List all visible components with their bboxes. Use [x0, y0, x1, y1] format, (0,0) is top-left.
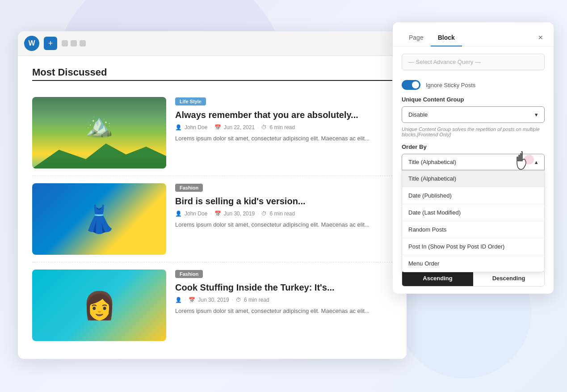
chevron-up-icon: ▴	[535, 159, 538, 165]
post-author-icon-1: 👤	[175, 124, 182, 131]
post-meta-2: 👤 John Doe · 📅 Jun 30, 2019 · ⏱ 6 min re…	[175, 211, 392, 217]
ignore-sticky-row: Ignore Sticky Posts	[402, 80, 545, 90]
panel-body: — Select Advance Query — Ignore Sticky P…	[393, 46, 554, 294]
order-option-menu-order[interactable]: Menu Order	[402, 255, 544, 272]
panel-header: Page Block ×	[393, 22, 554, 46]
toolbar-dot-3	[80, 40, 86, 46]
post-meta-1: 👤 John Doe · 📅 Jun 22, 2021 · ⏱ 6 min re…	[175, 124, 392, 131]
post-excerpt-1: Lorems ipsum dolor sit amet, consectetur…	[175, 134, 392, 143]
order-option-random[interactable]: Random Posts	[402, 221, 544, 238]
post-cal-icon-2: 📅	[214, 211, 221, 217]
unique-content-value: Disable	[408, 111, 428, 118]
post-clock-icon-3: ⏱	[236, 297, 241, 303]
order-by-selected: Title (Alphabetical)	[408, 159, 456, 165]
tab-page[interactable]: Page	[402, 30, 431, 46]
order-option-title-alpha[interactable]: Title (Alphabetical)	[402, 170, 544, 187]
unique-content-hint: Unique Content Group solves the repetiti…	[402, 126, 545, 137]
post-tag-1[interactable]: Life Style	[175, 97, 206, 105]
post-tag-2[interactable]: Fashion	[175, 184, 203, 192]
section-title: Most Discussed	[32, 67, 392, 78]
order-by-label: Order By	[402, 143, 545, 150]
order-by-wrapper: Title (Alphabetical) ▴ Title (Alphabetic…	[402, 154, 545, 170]
post-read-time-3: 6 min read	[244, 297, 269, 303]
post-title-1[interactable]: Always remember that you are absolutely.…	[175, 109, 392, 121]
post-read-time-1: 6 min read	[269, 124, 295, 131]
post-card-1: Life Style Always remember that you are …	[32, 90, 392, 176]
advance-query-wrapper: — Select Advance Query —	[402, 54, 545, 76]
chevron-down-icon: ▾	[535, 111, 538, 118]
unique-content-label: Unique Content Group	[402, 96, 545, 103]
post-read-time-2: 6 min read	[269, 211, 295, 217]
post-excerpt-3: Lorems ipsum dolor sit amet, consectetur…	[175, 307, 392, 316]
wp-logo-icon: W	[24, 36, 39, 51]
post-author-icon-3: 👤	[175, 297, 182, 303]
tab-block[interactable]: Block	[431, 30, 462, 46]
post-clock-icon-2: ⏱	[261, 211, 267, 217]
post-info-3: Fashion Cook Stuffing Inside the Turkey:…	[175, 270, 392, 341]
post-cal-icon-3: 📅	[189, 297, 195, 303]
post-info-2: Fashion Bird is selling a kid's version.…	[175, 183, 392, 255]
post-tag-3[interactable]: Fashion	[175, 270, 203, 278]
post-author-icon-2: 👤	[175, 211, 182, 217]
post-image-2	[32, 183, 166, 255]
post-card-3: Fashion Cook Stuffing Inside the Turkey:…	[32, 262, 392, 348]
toolbar-navigation	[62, 40, 86, 46]
post-cal-icon-1: 📅	[214, 124, 221, 131]
post-clock-icon-1: ⏱	[261, 124, 267, 131]
post-image-3	[32, 270, 166, 341]
order-by-menu: Title (Alphabetical) Date (Published) Da…	[402, 170, 545, 272]
browser-window: W + Most Discussed Life Style Always rem…	[18, 31, 407, 359]
unique-content-dropdown[interactable]: Disable ▾	[402, 106, 545, 123]
panel-close-button[interactable]: ×	[536, 31, 545, 44]
order-buttons: Ascending Descending	[402, 270, 545, 287]
order-ascending-button[interactable]: Ascending	[402, 270, 473, 286]
toolbar-dot-2	[71, 40, 77, 46]
post-date-1: Jun 22, 2021	[224, 124, 255, 131]
ignore-sticky-label: Ignore Sticky Posts	[426, 82, 475, 89]
order-option-post-in[interactable]: Post In (Show Post by Post ID Order)	[402, 238, 544, 255]
order-descending-button[interactable]: Descending	[473, 270, 544, 286]
browser-toolbar: W +	[18, 31, 407, 56]
post-date-2: Jun 30, 2019	[224, 211, 255, 217]
post-author-1: John Doe	[185, 124, 207, 131]
advance-query-select[interactable]: — Select Advance Query —	[402, 54, 545, 70]
post-title-2[interactable]: Bird is selling a kid's version...	[175, 195, 392, 207]
post-title-3[interactable]: Cook Stuffing Inside the Turkey: It's...	[175, 282, 392, 293]
post-image-1	[32, 97, 166, 169]
settings-panel: Page Block × — Select Advance Query — Ig…	[393, 22, 554, 294]
unique-content-wrapper: Disable ▾	[402, 106, 545, 123]
post-author-2: John Doe	[185, 211, 207, 217]
toolbar-dot-1	[62, 40, 68, 46]
order-option-date-modified[interactable]: Date (Last Modified)	[402, 204, 544, 221]
post-excerpt-2: Lorems ipsum dolor sit amet, consectetur…	[175, 220, 392, 229]
add-block-button[interactable]: +	[44, 37, 57, 50]
order-option-date-published[interactable]: Date (Published)	[402, 187, 544, 204]
post-date-3: Jun 30, 2019	[198, 297, 229, 303]
ignore-sticky-toggle[interactable]	[402, 80, 420, 90]
post-info-1: Life Style Always remember that you are …	[175, 97, 392, 169]
post-card-2: Fashion Bird is selling a kid's version.…	[32, 176, 392, 262]
post-meta-3: 👤 · 📅 Jun 30, 2019 · ⏱ 6 min read	[175, 297, 392, 303]
section-divider	[32, 80, 392, 81]
order-by-dropdown[interactable]: Title (Alphabetical) ▴	[402, 154, 545, 170]
browser-content: Most Discussed Life Style Always remembe…	[18, 56, 407, 359]
